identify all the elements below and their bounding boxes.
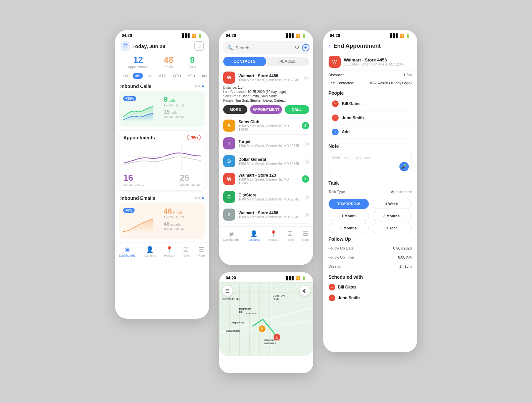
nav-tasks-left[interactable]: ☑ Tasks	[182, 246, 190, 257]
inbound-calls-title: Inbound Calls	[115, 82, 209, 91]
nav-acc-mid-label: Accounts	[248, 238, 260, 241]
contact-walmart-4456-2[interactable]: Z Walmart - Store 4456 1600 Main Street,…	[223, 206, 309, 224]
nav-accounts-left[interactable]: 👤 Accounts	[144, 246, 156, 257]
sched-name-john: John Smith	[338, 296, 360, 300]
info-sams: Sams Club 1600 Main Street, Centerville,…	[239, 120, 298, 132]
wifi-icon: 🛜	[192, 34, 196, 38]
more-button[interactable]: MORE	[223, 105, 248, 114]
appointments-card: Appointments -36% 16	[119, 130, 205, 191]
btn-6months[interactable]: 6 Months	[329, 223, 369, 233]
stat-label-calls: Calls	[189, 65, 196, 69]
tasks-icon: ☑	[183, 246, 189, 253]
add-person-row[interactable]: + Add	[329, 126, 412, 138]
search-input[interactable]	[236, 45, 292, 50]
fu-duration-val: 1h 15m	[399, 264, 412, 268]
nav-tasks-mid[interactable]: ☑ Tasks	[286, 230, 294, 241]
period-1y[interactable]: 1Y	[145, 73, 154, 79]
exp-info: Walmart - Store 4456 1600 Main Street, C…	[239, 74, 299, 82]
call-button[interactable]: CALL	[285, 105, 309, 114]
emails-num1: 48	[164, 207, 172, 216]
sched-name-bill: Bill Gates	[338, 285, 356, 289]
map-target-btn[interactable]: ⊕	[300, 286, 310, 296]
calls-num1: 9	[164, 95, 168, 104]
nav-more-mid[interactable]: ☰ More	[302, 230, 309, 241]
appt-stat1: 16 Jun 23 - Jun 29	[124, 173, 144, 186]
btn-1year[interactable]: 1 Year	[372, 223, 412, 233]
btn-1week[interactable]: 1 Week	[372, 199, 412, 209]
bottom-nav-left: ◉ Dashboards 👤 Accounts 📍 Routes ☑ Tasks…	[115, 242, 209, 262]
stat-num-calls: 9	[189, 55, 196, 65]
note-section-head: Note	[323, 140, 417, 151]
contact-citystore[interactable]: C CityStore 1600 Main Street, Centervill…	[223, 188, 309, 206]
calls-chart-left: +35%	[123, 95, 160, 123]
sched-john-smith: − John Smith	[329, 293, 412, 303]
btn-tomorrow[interactable]: TOMORROW	[329, 199, 369, 209]
stats-row: 12 Appointments 48 Emails 9 Calls	[115, 53, 209, 72]
search-bar[interactable]: 🔍 ⚙ +	[223, 41, 309, 54]
add-person-btn[interactable]: +	[332, 129, 339, 135]
period-mtd[interactable]: MTD	[156, 73, 169, 79]
time-middle: 04:20	[226, 33, 236, 38]
tab-places[interactable]: PLACES	[266, 57, 309, 66]
search-icon-group: ⚙ +	[295, 44, 309, 51]
remove-sched-john[interactable]: −	[329, 295, 335, 301]
contact-target[interactable]: T Target 1600 Main Street, Centerville, …	[223, 135, 309, 152]
period-4w[interactable]: 4W	[133, 73, 143, 79]
battery-icon-r: 🔋	[406, 34, 410, 38]
period-all[interactable]: ALL	[199, 73, 209, 79]
nav-dash-mid-label: Dashboards	[223, 238, 240, 241]
svg-rect-2	[124, 43, 125, 45]
loc-walmart2: ◎	[304, 212, 309, 218]
nav-accounts-mid[interactable]: 👤 Accounts	[248, 230, 260, 241]
add-label: Add	[342, 130, 350, 134]
emails-date2: Jun 16 - Jun 22	[164, 227, 201, 230]
emails-badge: +0%	[123, 208, 135, 213]
name-sams: Sams Club	[239, 120, 298, 124]
bottom-nav-middle: ◉ Dashboards 👤 Accounts 📍 Routes ☑ Tasks…	[219, 226, 313, 246]
map-list-btn[interactable]: ☰	[223, 286, 233, 296]
appointment-button[interactable]: APPOINTMENT	[250, 105, 282, 114]
contact-dollar-general[interactable]: D Dollar General 1600 Main Street, Cente…	[223, 152, 309, 170]
scheduled-list: − Bill Gates − John Smith	[323, 282, 417, 303]
calls-num2: 15	[164, 109, 170, 115]
period-ytd[interactable]: YTD	[185, 73, 197, 79]
name-target: Target	[239, 139, 301, 144]
inbound-emails-title: Inbound Emails	[115, 194, 209, 203]
task-section: Task Type Appointment TOMORROW 1 Week 1 …	[323, 188, 417, 233]
time-map: 04:20	[226, 276, 236, 280]
nav-label-tasks: Tasks	[182, 254, 190, 257]
info-citystore: CityStore 1600 Main Street, Centerville,…	[239, 193, 301, 201]
period-qtd[interactable]: QTD	[171, 73, 183, 79]
stat-appointments: 12 Appointments	[128, 55, 148, 69]
nav-routes-mid[interactable]: 📍 Routes	[268, 230, 278, 241]
exp-distance: Distance: 1.5m	[223, 86, 309, 89]
fu-time-label: Follow Up Time	[329, 255, 354, 259]
appt-num1: 16	[124, 173, 144, 183]
add-contact-icon[interactable]: +	[302, 44, 309, 51]
status-icons-right: ▋▋▋ 🛜 🔋	[390, 34, 410, 38]
grid-icon[interactable]: ⊞	[194, 41, 204, 51]
contact-sams-club[interactable]: S Sams Club 1600 Main Street, Centervill…	[223, 117, 309, 135]
nav-dashboards-mid[interactable]: ◉ Dashboards	[223, 230, 240, 241]
status-icons-middle: ▋▋▋ 🛜 🔋	[286, 34, 306, 38]
remove-bill-gates[interactable]: −	[332, 100, 339, 107]
fu-time-val: 8:00 AM	[398, 255, 412, 259]
calls-unit1: calls	[169, 99, 176, 102]
mic-button[interactable]: 🎤	[399, 162, 409, 171]
remove-sched-bill[interactable]: −	[329, 284, 335, 290]
btn-3months[interactable]: 3 Months	[372, 211, 412, 221]
contact-walmart-123[interactable]: W Walmart - Store 123 1600 Main Street, …	[223, 170, 309, 188]
tab-contacts[interactable]: CONTACTS	[223, 57, 266, 66]
nav-routes-left[interactable]: 📍 Routes	[164, 246, 174, 257]
name-bill-gates: Bill Gates	[342, 101, 360, 106]
nav-dashboards-left[interactable]: ◉ Dashboards	[119, 246, 136, 257]
nav-more-left[interactable]: ☰ More	[198, 246, 205, 257]
btn-1month[interactable]: 1 Month	[329, 211, 369, 221]
calls-date2: Jun 16 - Jun 22	[164, 115, 201, 119]
left-header: Today, Jun 29 ⊞	[115, 40, 209, 53]
appt-chart-svg	[124, 143, 201, 170]
remove-john-smith[interactable]: −	[332, 115, 339, 121]
filter-icon[interactable]: ⚙	[295, 44, 299, 51]
period-1w[interactable]: 1W	[120, 73, 131, 79]
back-button[interactable]: ‹	[329, 42, 331, 50]
